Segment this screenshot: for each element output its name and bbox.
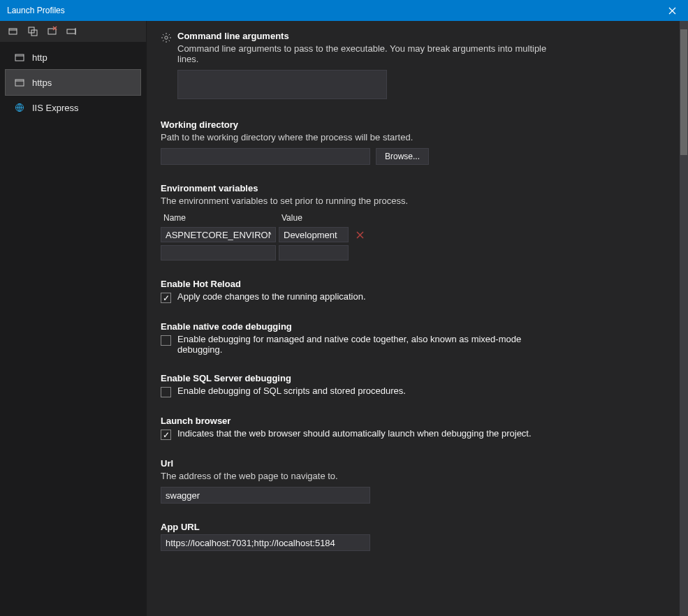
- delete-icon: [356, 231, 364, 239]
- url-desc: The address of the web page to navigate …: [161, 471, 552, 481]
- project-icon: [14, 52, 25, 63]
- section-app-url: App URL: [161, 522, 664, 551]
- project-icon: [14, 77, 25, 88]
- profile-list: http https IIS Express: [0, 42, 146, 123]
- title-bar: Launch Profiles: [0, 0, 688, 21]
- hot-reload-label: Apply code changes to the running applic…: [177, 291, 366, 302]
- close-icon: [668, 7, 676, 15]
- settings-scroll: Command line arguments Command line argu…: [147, 21, 680, 616]
- env-col-name: Name: [161, 212, 276, 224]
- sidebar-toolbar: [0, 21, 146, 42]
- url-input[interactable]: [161, 487, 370, 504]
- launch-browser-checkbox[interactable]: [161, 430, 171, 440]
- section-url: Url The address of the web page to navig…: [161, 458, 664, 504]
- profile-item-iis-express[interactable]: IIS Express: [6, 95, 140, 120]
- env-title: Environment variables: [161, 183, 664, 193]
- env-col-value: Value: [279, 212, 349, 224]
- profile-item-http[interactable]: http: [6, 45, 140, 70]
- native-debug-checkbox[interactable]: [161, 335, 171, 346]
- wd-desc: Path to the working directory where the …: [161, 132, 552, 142]
- cli-title: Command line arguments: [177, 31, 664, 41]
- browse-button[interactable]: Browse...: [376, 148, 429, 165]
- svg-point-9: [165, 36, 168, 39]
- svg-rect-5: [15, 54, 24, 61]
- launch-browser-label: Indicates that the web browser should au…: [177, 428, 532, 439]
- env-name-0[interactable]: [161, 227, 276, 242]
- svg-rect-6: [15, 80, 24, 86]
- native-debug-label: Enable debugging for managed and native …: [177, 334, 538, 355]
- main-pane: Command line arguments Command line argu…: [147, 21, 688, 616]
- rename-profile-icon[interactable]: [66, 25, 78, 38]
- env-delete-row[interactable]: [351, 227, 368, 242]
- sidebar: http https IIS Express: [0, 21, 147, 616]
- sql-debug-label: Enable debugging of SQL scripts and stor…: [177, 386, 406, 396]
- hot-reload-checkbox[interactable]: [161, 293, 171, 303]
- launch-title: Launch browser: [161, 416, 664, 426]
- sql-debug-checkbox[interactable]: [161, 387, 171, 397]
- profile-label: IIS Express: [32, 103, 78, 113]
- wd-title: Working directory: [161, 119, 664, 130]
- new-profile-icon[interactable]: [7, 25, 20, 38]
- scrollbar[interactable]: [680, 21, 688, 616]
- cli-input[interactable]: [177, 70, 387, 99]
- env-name-1[interactable]: [161, 245, 276, 261]
- profile-label: http: [32, 52, 47, 63]
- env-value-1[interactable]: [279, 245, 349, 261]
- duplicate-profile-icon[interactable]: [27, 25, 39, 38]
- appurl-title: App URL: [161, 522, 664, 532]
- env-desc: The environment variables to set prior t…: [161, 196, 552, 206]
- svg-rect-0: [9, 29, 17, 34]
- delete-profile-icon[interactable]: [46, 25, 59, 38]
- globe-icon: [14, 102, 25, 113]
- url-title: Url: [161, 458, 664, 469]
- env-value-0[interactable]: [279, 227, 349, 242]
- profile-label: https: [32, 78, 52, 88]
- cli-desc: Command line arguments to pass to the ex…: [177, 43, 569, 64]
- scrollbar-thumb[interactable]: [680, 29, 687, 155]
- profile-item-https[interactable]: https: [6, 70, 140, 95]
- section-cli: Command line arguments Command line argu…: [161, 31, 664, 101]
- section-hot-reload: Enable Hot Reload Apply code changes to …: [161, 279, 664, 303]
- hot-title: Enable Hot Reload: [161, 279, 664, 289]
- gear-icon: [161, 32, 172, 43]
- section-sql: Enable SQL Server debugging Enable debug…: [161, 373, 664, 397]
- sql-title: Enable SQL Server debugging: [161, 373, 664, 383]
- section-native: Enable native code debugging Enable debu…: [161, 321, 664, 355]
- section-working-dir: Working directory Path to the working di…: [161, 119, 664, 165]
- wd-input[interactable]: [161, 148, 370, 165]
- native-title: Enable native code debugging: [161, 321, 664, 332]
- appurl-input[interactable]: [161, 534, 370, 551]
- svg-rect-3: [48, 29, 56, 34]
- close-button[interactable]: [657, 0, 688, 21]
- section-env: Environment variables The environment va…: [161, 183, 664, 261]
- svg-rect-4: [67, 29, 75, 34]
- section-launch-browser: Launch browser Indicates that the web br…: [161, 416, 664, 440]
- window-title: Launch Profiles: [7, 6, 65, 15]
